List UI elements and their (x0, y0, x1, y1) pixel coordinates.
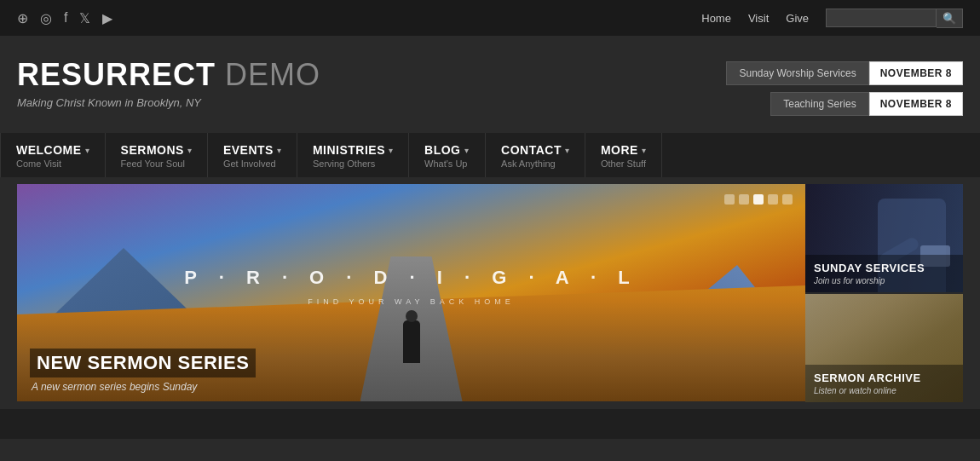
twitter-icon[interactable]: 𝕏 (79, 10, 90, 26)
nav-blog-arrow: ▾ (464, 146, 469, 155)
main-nav: WELCOME ▾ Come Visit SERMONS ▾ Feed Your… (0, 133, 980, 177)
logo-main: RESURRECT (17, 57, 216, 92)
panel-sunday-sub: Join us for worship (814, 276, 954, 285)
facebook-icon[interactable]: f (64, 10, 67, 26)
podcast-icon[interactable]: ◎ (40, 10, 52, 26)
bottom-section (0, 409, 980, 439)
top-nav-visit[interactable]: Visit (748, 12, 769, 25)
badge-sunday-worship[interactable]: Sunday Worship Services NOVEMBER 8 (726, 61, 963, 85)
panel-archive-title: SERMON ARCHIVE (814, 372, 954, 384)
nav-ministries-arrow: ▾ (389, 146, 393, 155)
nav-sermons-arrow: ▾ (187, 146, 192, 155)
nav-contact-top: CONTACT ▾ (501, 143, 569, 157)
nav-welcome-sub: Come Visit (16, 158, 89, 169)
nav-welcome-top: WELCOME ▾ (16, 143, 89, 157)
nav-events-sub: Get Involved (223, 158, 281, 169)
panel-sunday-title: SUNDAY SERVICES (814, 262, 954, 274)
nav-sermons[interactable]: SERMONS ▾ Feed Your Soul (106, 133, 208, 177)
badge-sunday-label: Sunday Worship Services (726, 61, 868, 85)
nav-more-sub: Other Stuff (601, 158, 646, 169)
top-bar: ⊕ ◎ f 𝕏 ▶ Home Visit Give 🔍 (0, 0, 980, 36)
nav-welcome-arrow: ▾ (85, 146, 89, 155)
nav-contact[interactable]: CONTACT ▾ Ask Anything (486, 133, 585, 177)
header-badges: Sunday Worship Services NOVEMBER 8 Teach… (726, 61, 963, 116)
hero-title: P · R · O · D · I · G · A · L (184, 267, 637, 289)
badge-teaching-series[interactable]: Teaching Series NOVEMBER 8 (770, 92, 963, 116)
nav-more-top: MORE ▾ (601, 143, 646, 157)
hero-subtitle: FIND YOUR WAY BACK HOME (308, 297, 515, 306)
panel-archive-overlay: SERMON ARCHIVE Listen or watch online (805, 365, 963, 402)
nav-events-label: EVENTS (223, 143, 274, 157)
hero-caption-desc: A new sermon series begins Sunday (30, 381, 793, 393)
hero-dot-4[interactable] (768, 194, 778, 205)
nav-sermons-top: SERMONS ▾ (121, 143, 192, 157)
nav-sermons-label: SERMONS (121, 143, 184, 157)
logo-area: RESURRECT DEMO Making Christ Known in Br… (17, 57, 320, 109)
hero-dot-3[interactable] (753, 194, 764, 205)
right-panels: SUNDAY SERVICES Join us for worship SERM… (805, 184, 963, 402)
hero-dot-2[interactable] (739, 194, 749, 205)
nav-ministries-top: MINISTRIES ▾ (313, 143, 393, 157)
nav-ministries[interactable]: MINISTRIES ▾ Serving Others (297, 133, 409, 177)
site-tagline: Making Christ Known in Brooklyn, NY (17, 96, 320, 109)
nav-welcome[interactable]: WELCOME ▾ Come Visit (0, 133, 106, 177)
nav-ministries-sub: Serving Others (313, 158, 393, 169)
nav-contact-arrow: ▾ (565, 146, 569, 155)
social-links: ⊕ ◎ f 𝕏 ▶ (17, 10, 112, 26)
top-nav-give[interactable]: Give (786, 12, 809, 25)
panel-sermon-archive[interactable]: SERMON ARCHIVE Listen or watch online (805, 294, 963, 402)
nav-contact-sub: Ask Anything (501, 158, 569, 169)
nav-events-arrow: ▾ (277, 146, 281, 155)
nav-ministries-label: MINISTRIES (313, 143, 385, 157)
youtube-icon[interactable]: ▶ (102, 10, 112, 26)
logo-demo: DEMO (216, 57, 320, 92)
nav-events-top: EVENTS ▾ (223, 143, 281, 157)
panel-sunday-overlay: SUNDAY SERVICES Join us for worship (805, 255, 963, 292)
panel-sunday-services[interactable]: SUNDAY SERVICES Join us for worship (805, 184, 963, 292)
rss-icon[interactable]: ⊕ (17, 10, 28, 26)
top-nav-home[interactable]: Home (701, 12, 731, 25)
search-container: 🔍 (826, 9, 963, 28)
badge-teaching-label: Teaching Series (770, 92, 868, 116)
nav-welcome-label: WELCOME (16, 143, 82, 157)
hero-dots (724, 194, 793, 205)
search-input[interactable] (826, 9, 937, 27)
nav-events[interactable]: EVENTS ▾ Get Involved (208, 133, 297, 177)
badge-teaching-date: NOVEMBER 8 (869, 92, 963, 116)
nav-blog-sub: What's Up (424, 158, 470, 169)
hero-dot-1[interactable] (724, 194, 735, 205)
nav-blog-top: BLOG ▾ (424, 143, 470, 157)
nav-more[interactable]: MORE ▾ Other Stuff (585, 133, 662, 177)
nav-blog[interactable]: BLOG ▾ What's Up (409, 133, 486, 177)
badge-sunday-date: NOVEMBER 8 (869, 61, 963, 85)
hero-slider[interactable]: P · R · O · D · I · G · A · L FIND YOUR … (17, 184, 805, 401)
top-nav: Home Visit Give 🔍 (701, 9, 963, 28)
nav-blog-label: BLOG (424, 143, 460, 157)
main-content: P · R · O · D · I · G · A · L FIND YOUR … (0, 184, 980, 402)
search-button[interactable]: 🔍 (937, 9, 963, 28)
panel-archive-sub: Listen or watch online (814, 386, 954, 395)
hero-caption-title: NEW SERMON SERIES (30, 349, 256, 377)
nav-more-label: MORE (601, 143, 638, 157)
hero-caption: NEW SERMON SERIES A new sermon series be… (17, 340, 805, 401)
hero-dot-5[interactable] (782, 194, 793, 205)
nav-more-arrow: ▾ (642, 146, 646, 155)
site-header: RESURRECT DEMO Making Christ Known in Br… (0, 36, 980, 133)
site-logo[interactable]: RESURRECT DEMO (17, 57, 320, 93)
nav-sermons-sub: Feed Your Soul (121, 158, 192, 169)
nav-contact-label: CONTACT (501, 143, 562, 157)
